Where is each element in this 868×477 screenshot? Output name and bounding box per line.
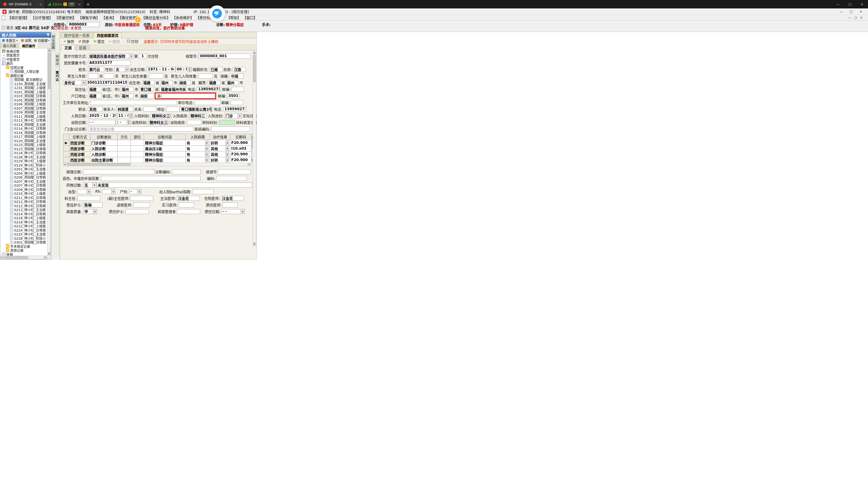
- spin-down-icon[interactable]: ▼: [127, 123, 130, 125]
- dropdown-icon[interactable]: ▼: [137, 190, 141, 194]
- maximize-icon[interactable]: □: [846, 10, 856, 13]
- case-no-input[interactable]: 0000003_001: [199, 54, 251, 59]
- save-button[interactable]: ✔保存: [62, 39, 76, 44]
- table-cell[interactable]: 精神分裂症: [144, 151, 186, 157]
- menu-item-3[interactable]: 【模板字典】: [78, 15, 100, 20]
- menu-item-4[interactable]: 【查询】: [102, 15, 116, 20]
- table-cell[interactable]: 其他▼: [210, 146, 230, 151]
- dropdown-icon[interactable]: ▼: [92, 183, 96, 187]
- work-phone-input[interactable]: [194, 100, 220, 105]
- injury-code-input[interactable]: [216, 176, 247, 181]
- dropdown-icon[interactable]: ▼: [225, 141, 229, 145]
- new-tab-button[interactable]: +: [84, 0, 92, 8]
- scroll-down-icon[interactable]: ▼: [253, 242, 256, 246]
- tree-vertical-scrollbar[interactable]: ▲ ▼: [47, 48, 51, 255]
- addr-city-input[interactable]: 福州: [120, 87, 133, 92]
- menu-item-2[interactable]: 【质量控制】: [55, 15, 76, 20]
- show-checkbox[interactable]: ✓: [2, 26, 5, 29]
- dropdown-icon[interactable]: ▼: [87, 190, 90, 194]
- spinner-icon[interactable]: ▲▼: [188, 67, 191, 72]
- dropdown-icon[interactable]: ▼: [238, 113, 242, 118]
- dropdown-icon[interactable]: ▼: [111, 190, 115, 194]
- id-type-select[interactable]: 身份证▼: [63, 80, 86, 85]
- pathology-code-input[interactable]: [172, 169, 201, 174]
- tree-item[interactable]: 其他记录: [0, 248, 47, 253]
- hh-detail-input[interactable]: [162, 93, 215, 99]
- admit-date-input[interactable]: 2025 - 12 - 29: [88, 113, 117, 118]
- tree-item[interactable]: 医嘱: [0, 252, 47, 255]
- spin-up-icon[interactable]: ▲: [188, 67, 191, 70]
- outpatient-diagnosis-input[interactable]: 请双击添加诊断: [88, 127, 193, 132]
- occupation-input[interactable]: 其他: [88, 107, 102, 112]
- row-selector-cell[interactable]: [63, 151, 69, 157]
- page-side-tab-1[interactable]: 反面: [76, 45, 90, 50]
- close-icon[interactable]: ×: [860, 16, 863, 19]
- admit-dept-input[interactable]: 精神科女三科: [151, 113, 172, 118]
- addr-province-input[interactable]: 福建: [88, 87, 101, 92]
- page-side-tab-0[interactable]: 正面: [61, 45, 75, 50]
- table-cell[interactable]: 有▼: [186, 157, 210, 163]
- chief-physician-input[interactable]: [130, 196, 153, 201]
- hh-province-input[interactable]: 福建: [88, 93, 101, 99]
- scroll-down-icon[interactable]: ▼: [48, 252, 51, 255]
- hh-city-input[interactable]: 福州: [120, 93, 133, 99]
- dropdown-icon[interactable]: ▼: [205, 158, 209, 162]
- attending-physician-input[interactable]: 汪金花: [177, 196, 200, 201]
- table-cell[interactable]: 西医诊断: [69, 157, 90, 163]
- pathology-no-input[interactable]: [218, 169, 251, 174]
- table-cell[interactable]: 西医诊断: [69, 146, 90, 151]
- spinner-icon[interactable]: ▲▼: [127, 120, 130, 125]
- addr-town-input[interactable]: 青口镇: [139, 87, 154, 92]
- discharge-ward-input[interactable]: [187, 120, 202, 125]
- table-row[interactable]: 西医诊断入院诊断高血压1级有▼其他▼I10.x03: [63, 146, 251, 151]
- sync-button[interactable]: ⇄同步: [77, 39, 91, 44]
- table-cell[interactable]: 有▼: [186, 140, 210, 146]
- row-selector-cell[interactable]: [63, 157, 69, 163]
- birth-date-input[interactable]: 1971 - 11 - 04: [147, 67, 176, 72]
- document-tab-0[interactable]: 医疗信息一览表: [61, 33, 93, 38]
- native-province-input[interactable]: 福建: [208, 80, 220, 85]
- dropdown-icon[interactable]: ▼: [241, 209, 245, 214]
- menu-item-0[interactable]: 【病历管理】: [7, 15, 29, 20]
- id-number-input[interactable]: 350121197111041542: [86, 80, 128, 85]
- row-selector-cell[interactable]: ▶: [63, 140, 69, 146]
- contact-address2-input[interactable]: 青口镇新南公寓3号楼4: [180, 107, 213, 112]
- row-selector-cell[interactable]: [63, 146, 69, 151]
- name-input[interactable]: 黄巧云: [88, 67, 104, 72]
- menu-item-6[interactable]: 【路径监管分析】: [142, 15, 170, 20]
- transfer-dept-input[interactable]: [219, 120, 235, 125]
- close-tab-icon[interactable]: ×: [78, 2, 81, 6]
- resident-physician-input[interactable]: 汪金花: [221, 196, 244, 201]
- table-cell[interactable]: [131, 146, 144, 151]
- dropdown-icon[interactable]: ▼: [205, 152, 209, 157]
- addr-phone-input[interactable]: 13859027333: [197, 87, 221, 92]
- scroll-thumb[interactable]: [67, 163, 130, 166]
- tree-horizontal-scrollbar[interactable]: ◄ ►: [0, 255, 47, 259]
- table-cell[interactable]: 西医诊断: [69, 151, 90, 157]
- primary-nurse-input[interactable]: 陈琳: [83, 202, 102, 207]
- table-cell[interactable]: 入院诊断: [90, 146, 118, 151]
- injury-factor-input[interactable]: [101, 176, 200, 181]
- addr-detail-input[interactable]: 福建省福州市闽: [159, 87, 187, 92]
- scroll-up-icon[interactable]: ▲: [253, 51, 256, 55]
- native-city-input[interactable]: 福州: [226, 80, 239, 85]
- disease-code-input[interactable]: [211, 127, 250, 132]
- dropdown-icon[interactable]: ▼: [205, 146, 209, 151]
- table-cell[interactable]: [118, 151, 131, 157]
- birthplace-city-input[interactable]: 福州: [160, 80, 173, 85]
- table-cell[interactable]: F20.900: [230, 140, 251, 146]
- patient-strip-tab-1[interactable]: 黄巧云: [56, 69, 59, 83]
- dropdown-icon[interactable]: ▼: [82, 80, 86, 85]
- client-tab-session[interactable]: 10ms HD ×: [45, 0, 84, 8]
- spin-down-icon[interactable]: ▼: [129, 116, 133, 118]
- dropdown-icon[interactable]: ▼: [225, 158, 229, 162]
- workplace-input[interactable]: [90, 100, 177, 105]
- scroll-left-icon[interactable]: ◄: [1, 256, 4, 259]
- table-cell[interactable]: [131, 151, 144, 157]
- scroll-right-icon[interactable]: ►: [44, 256, 47, 259]
- discharge-dept-input[interactable]: 精神科女三科: [148, 120, 169, 125]
- discharge-date-input[interactable]: - -: [88, 120, 116, 125]
- barthel-index-input[interactable]: [193, 189, 214, 194]
- client-tab-computer[interactable]: ! HP-ZHAN66-3 ×: [0, 0, 45, 8]
- table-cell[interactable]: 好转▼: [210, 157, 230, 163]
